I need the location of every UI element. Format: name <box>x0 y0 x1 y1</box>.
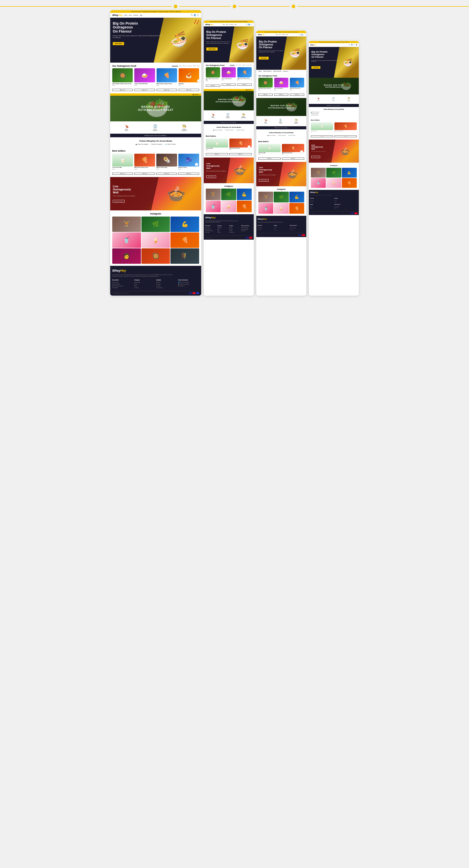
bs-add-milk[interactable]: Add to cart <box>112 173 133 175</box>
ig-post-1[interactable]: 🏋️ <box>112 217 141 232</box>
s4-tw[interactable]: 🐦 Follow On Twitter <box>311 115 318 116</box>
add-to-cart-1[interactable]: Add to cart <box>112 89 133 91</box>
shop-now-4[interactable]: SHOP NOW <box>311 66 321 69</box>
s3-bs-btn-2[interactable]: Add to cart <box>282 158 304 160</box>
add-to-cart-3[interactable]: Add to cart <box>157 89 177 91</box>
s2-ig-4[interactable]: 🥤 <box>206 200 221 212</box>
nav3-account[interactable]: 👤 <box>301 34 303 35</box>
s2-footer-cat-3[interactable]: Wraps <box>217 230 228 231</box>
footer-link-story[interactable]: Our Story <box>156 283 177 285</box>
s3-flink-1[interactable]: Protein Power <box>258 227 273 228</box>
s4-flink-8[interactable]: Our Story <box>310 207 333 208</box>
s3-flink-7[interactable]: Follow On Facebook <box>290 227 305 228</box>
s4-ig[interactable]: 📷 Follow On Instagram <box>311 112 319 113</box>
footer-link-ice-cream[interactable]: Ice Cream <box>134 287 155 288</box>
s2-high-protein[interactable]: High Protein > <box>204 89 254 91</box>
nav-shop[interactable]: Shop <box>124 14 127 16</box>
nav3-story[interactable]: Story <box>279 34 281 35</box>
tab-pizzas[interactable]: Pizzas <box>179 65 182 67</box>
nav2-shop[interactable]: Shop <box>223 24 225 25</box>
s2-footer-soc-1[interactable]: Follow On Facebook <box>241 227 252 228</box>
footer-link-ready-meals[interactable]: Ready Meals <box>134 282 155 283</box>
s3-flink-6[interactable]: Privacy Policy <box>274 230 289 230</box>
s2-footer-cat-4[interactable]: Ice Cream <box>217 232 228 233</box>
high-protein-badge[interactable]: High Protein > <box>110 93 201 96</box>
nav2-search[interactable]: 🔍 <box>246 24 247 25</box>
nav4-account[interactable]: 👤 <box>351 44 353 46</box>
s4-bs-add-1[interactable]: Add to cart <box>311 135 333 137</box>
footer-link-instagram[interactable]: 📷 Follow On Instagram <box>178 283 199 285</box>
ig-post-3[interactable]: 💪 <box>170 217 199 232</box>
s2-footer-cat-1[interactable]: Ready Meals <box>217 227 228 228</box>
s2-add-2[interactable]: Add to cart <box>222 84 236 86</box>
s4-flink-3[interactable]: 1% Fat Milk <box>310 202 333 203</box>
s2-bs-add-2[interactable]: Add to cart <box>229 153 252 155</box>
s3-fb[interactable]: f Follow On Facebook <box>278 135 286 136</box>
s3-ig-4[interactable]: 🥤 <box>258 203 273 214</box>
nav3-blog[interactable]: Blog <box>287 34 288 35</box>
s2-footer-ins-2[interactable]: Our Story <box>229 229 240 230</box>
nav2-blog[interactable]: Blog <box>234 24 237 25</box>
ig-post-7[interactable]: 👩 <box>112 248 141 264</box>
s4-flink-12[interactable]: Follow On X <box>334 208 358 209</box>
s4-explore-btn[interactable]: Explore the range <box>311 156 320 158</box>
footer-link-x[interactable]: ✖ Follow On X <box>178 285 199 287</box>
s2-footer-link-1[interactable]: Protein Power <box>205 227 216 228</box>
s3-tw[interactable]: 🐦 Follow On Twitter <box>288 135 295 136</box>
s3-flink-9[interactable]: Follow On X <box>290 230 305 230</box>
tab2-wraps[interactable]: Wraps <box>239 65 241 66</box>
footer-link-about[interactable]: About Us <box>156 282 177 283</box>
nav2-products[interactable]: Products <box>229 24 233 25</box>
s4-ig-4[interactable]: 🥤 <box>311 178 326 188</box>
s3-bs-arrow[interactable]: › <box>300 150 303 153</box>
shop-now-button[interactable]: SHOP NOW <box>113 42 124 45</box>
nav3-search[interactable]: 🔍 <box>299 34 301 35</box>
nav3-shop[interactable]: Shop <box>275 34 277 35</box>
s4-flink-11[interactable]: Follow On Instagram <box>334 207 358 208</box>
s4-flink-2[interactable]: Meal Ticket Pizza <box>310 201 333 202</box>
tab-ready-meals[interactable]: Ready Meals <box>172 65 178 67</box>
s2-tw-link[interactable]: 🐦 Follow On Twitter <box>236 130 244 131</box>
footer-link-whey-hi[interactable]: Whey Hi Fat Ice Creams <box>112 285 133 287</box>
s2-footer-cat-2[interactable]: Pizzas <box>217 229 228 230</box>
tab2-pizza[interactable]: Pizzas <box>236 65 238 66</box>
s3-flink-5[interactable]: Our Story <box>274 228 289 229</box>
footer-logo[interactable]: WheyHey <box>112 269 199 273</box>
nav3-products[interactable]: Products <box>282 34 286 35</box>
s4-fb[interactable]: f Follow On Facebook <box>311 113 318 114</box>
s3-bs-btn-1[interactable]: Add to cart <box>258 158 281 160</box>
s2-ig-1[interactable]: 🏋️ <box>206 189 221 200</box>
s2-ig-2[interactable]: 🌿 <box>221 189 236 200</box>
footer-link-fat-milk[interactable]: 1% Fat Milk <box>112 287 133 288</box>
s4-flink-4[interactable]: Ready Meals <box>334 200 358 200</box>
s4-ig-6[interactable]: 🍕 <box>342 178 357 188</box>
facebook-link[interactable]: f Follow On Facebook <box>151 144 163 145</box>
logo-3[interactable]: WheyHey <box>258 34 265 35</box>
s2-footer-soc-2[interactable]: Follow On Instagram <box>241 229 252 230</box>
add-to-cart-2[interactable]: Add to cart <box>134 89 155 91</box>
s2-bs-add-1[interactable]: Add to cart <box>206 153 228 155</box>
s3-ig-6[interactable]: 🍕 <box>289 203 304 214</box>
nav2-cart[interactable]: 🛒 <box>250 24 252 25</box>
bs-scroll-arrow[interactable]: › <box>195 163 198 166</box>
nav4-search[interactable]: 🔍 <box>349 44 350 46</box>
s4-flink-1[interactable]: Protein Power <box>310 200 333 200</box>
s2-footer-link-4[interactable]: 1% Fat Milk <box>205 232 216 233</box>
s2-ig-5[interactable]: 🍦 <box>221 200 236 212</box>
s3-flink-2[interactable]: Meal Ticket Pizza <box>258 228 273 229</box>
ig-post-8[interactable]: 🥘 <box>141 248 170 264</box>
s3-add-3[interactable]: Add to cart <box>290 94 304 96</box>
bs-add-pizza[interactable]: Add to cart <box>134 173 155 175</box>
s2-explore-btn[interactable]: Explore the range <box>206 176 216 178</box>
ig-post-5[interactable]: 🍦 <box>141 232 170 248</box>
s3-explore-btn[interactable]: Explore the range <box>259 179 269 182</box>
s2-add-1[interactable]: Add to cart <box>206 85 220 87</box>
cart-icon[interactable]: 🛒 <box>197 14 199 16</box>
s4-flink-9[interactable]: Privacy Policy <box>310 208 333 209</box>
nav-products[interactable]: Products <box>133 14 138 16</box>
tab-ice-cream[interactable]: Ice Cream <box>187 65 192 67</box>
logo-2[interactable]: WheyHey <box>205 24 213 25</box>
s2-bs-arrow[interactable]: › <box>247 146 250 149</box>
shop-now-2[interactable]: SHOP NOW <box>206 48 217 51</box>
nav2-account[interactable]: 👤 <box>248 24 250 25</box>
